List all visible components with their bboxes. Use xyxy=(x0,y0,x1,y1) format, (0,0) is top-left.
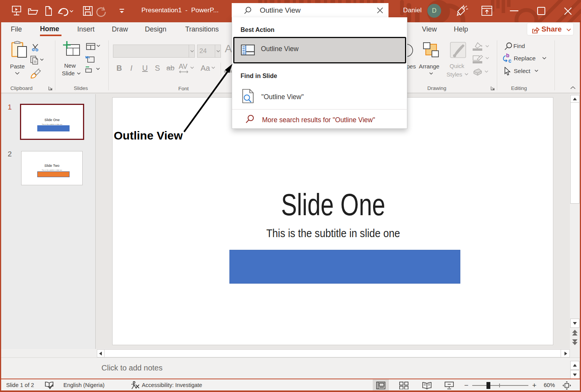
svg-text:c: c xyxy=(508,58,511,63)
